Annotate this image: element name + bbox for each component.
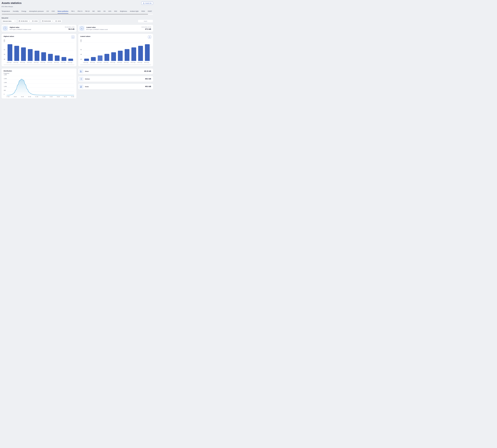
distribution-plot: 2,5002,0001,5001,0005000 (4, 76, 74, 95)
tab-rsrp[interactable]: RSRP (148, 10, 152, 14)
tab-pm-10[interactable]: PM 10 (85, 10, 89, 14)
time-from-field[interactable]: 15:52 (31, 20, 39, 23)
chart-horizontal-scrollbar[interactable] (4, 64, 74, 65)
mode-histogram-icon (80, 85, 82, 88)
summary-value: 56.0 dB (65, 28, 74, 30)
bar-highest-values-3[interactable] (21, 48, 26, 61)
tab-ambient-light[interactable]: Ambient light (130, 10, 139, 14)
chart-title: Distribution (4, 70, 12, 72)
y-tick-label: 49 (4, 54, 5, 55)
period-select[interactable]: Selected dates (1, 20, 17, 23)
bar-highest-values-8[interactable] (55, 55, 60, 61)
tab-noise-pollution[interactable]: Noise pollution (58, 10, 68, 14)
x-category-label: BTD Fujitsu… (97, 62, 103, 63)
tab-o3[interactable]: O3 (103, 10, 105, 14)
lowest-values-chart-card: Lowest values dB 57524946 BTD Fujitsu…BT… (78, 34, 153, 66)
bar-highest-values-1[interactable] (8, 44, 12, 61)
y-tick-label: 2,000 (4, 78, 7, 80)
distribution-x-labels: 47 dB48 dB49 dB50 dB51 dB52 dB53 dB54 dB… (7, 96, 74, 97)
x-tick-label: 54 dB (57, 96, 60, 97)
tab-temperature[interactable]: Temperature (1, 10, 10, 14)
bar-lowest-values-5[interactable] (111, 52, 116, 61)
tabs-scrollbar[interactable] (1, 14, 153, 15)
lowest-values-x-labels: BTD Fujitsu…BTD Fujitsu…BTD Fujitsu…BTD … (83, 62, 151, 63)
export-icon (72, 36, 74, 38)
stat-icon-pill (79, 69, 83, 73)
apply-button[interactable]: Apply (138, 20, 153, 23)
bar-highest-values-4[interactable] (28, 49, 32, 61)
tab-pm-2-5[interactable]: PM 2.5 (78, 10, 82, 14)
summary-asset-name: BTD Fujitsu 1278052871 Ambient sound (86, 29, 142, 30)
page-title: Assets statistics (1, 1, 22, 4)
bar-highest-values-9[interactable] (62, 57, 66, 61)
period-select-value: Selected dates (2, 20, 13, 23)
bar-lowest-values-1[interactable] (84, 59, 89, 61)
bar-highest-values-6[interactable] (41, 52, 46, 61)
bar-lowest-values-2[interactable] (91, 57, 96, 61)
chevron-down-icon (29, 21, 30, 21)
lowest-value-card: Lowest valueBTD Fujitsu 1278052871 Ambie… (78, 25, 153, 32)
bar-charts-row: Highest values dB 57524946 BTD Fujitsu…B… (1, 34, 153, 66)
tab-pm-1[interactable]: PM 1 (71, 10, 75, 14)
bar-lowest-values-8[interactable] (131, 48, 136, 61)
summary-icon-pill (2, 26, 8, 31)
tab-co2[interactable]: CO2 (52, 10, 55, 14)
bar-lowest-values-10[interactable] (145, 44, 150, 61)
date-to-field[interactable]: 06.09.2024 (41, 20, 54, 23)
date-to-value: 06.09.2024 (44, 20, 51, 22)
time-to-field[interactable]: 15:52 (54, 20, 62, 23)
measurement-tabs: TemperatureHumidityEnergyAtmospheric pre… (1, 10, 153, 15)
bar-lowest-values-3[interactable] (98, 55, 102, 61)
tab-no[interactable]: NO (93, 10, 95, 14)
arrow-up-circle-icon (3, 26, 7, 30)
x-tick-label: 51 dB (35, 96, 38, 97)
y-tick-label: 1,000 (4, 86, 7, 87)
y-tick-label: 46 (80, 59, 82, 60)
mean-distribution-icon (80, 70, 82, 72)
bars-group (7, 43, 74, 61)
export-button[interactable] (148, 35, 151, 39)
calendar-icon (42, 20, 44, 22)
bar-lowest-values-4[interactable] (104, 54, 109, 61)
clock-icon (55, 20, 57, 22)
bar-lowest-values-7[interactable] (125, 49, 129, 61)
export-button[interactable] (71, 35, 74, 39)
bar-lowest-values-6[interactable] (118, 51, 123, 61)
y-tick-label: 49 (80, 54, 82, 55)
tab-atmospheric-pressure[interactable]: Atmospheric pressure (29, 10, 44, 14)
x-tick-label: 48 dB (14, 96, 16, 97)
highest-values-chart-card: Highest values dB 57524946 BTD Fujitsu…B… (1, 34, 77, 66)
mode-card: Mode49.0 dB (78, 84, 153, 89)
bar-highest-values-2[interactable] (14, 46, 19, 61)
bar-highest-values-10[interactable] (68, 59, 73, 61)
date-from-field[interactable]: 30.08.2024 (18, 20, 31, 23)
tab-so2[interactable]: SO2 (114, 10, 117, 14)
tab-brightness[interactable]: Brightness (120, 10, 127, 14)
summary-title: Highest value (10, 26, 65, 28)
export-icon (149, 36, 150, 38)
date-from-value: 30.08.2024 (21, 20, 28, 22)
bar-highest-values-5[interactable] (35, 51, 39, 61)
tabs-scrollbar-thumb[interactable] (2, 14, 148, 15)
arrow-down-circle-icon (80, 26, 84, 30)
highest-values-x-labels: BTD Fujitsu…BTD Fujitsu…BTD Fujitsu…BTD … (7, 62, 74, 63)
tab-humidity[interactable]: Humidity (13, 10, 19, 14)
x-tick-label: 49 dB (21, 96, 24, 97)
x-category-label: BTD Fujitsu… (20, 62, 27, 63)
tab-rssi[interactable]: RSSI (142, 10, 145, 14)
bar-highest-values-7[interactable] (48, 54, 53, 61)
assets-list-button[interactable]: Assets list (141, 1, 153, 5)
tab-no2[interactable]: NO2 (97, 10, 101, 14)
x-tick-label: 52 dB (42, 96, 45, 97)
bar-lowest-values-9[interactable] (138, 46, 143, 61)
tabs-row: TemperatureHumidityEnergyAtmospheric pre… (1, 10, 153, 14)
x-category-label: BTD Fujitsu… (68, 62, 74, 63)
median-arrows-icon (80, 78, 82, 80)
chart-horizontal-scrollbar[interactable] (80, 64, 151, 65)
summary-texts: Highest valueBTD Fujitsu 1278052871 Ambi… (10, 26, 65, 30)
time-to-value: 15:52 (58, 20, 61, 22)
tab-h2s[interactable]: H2S (108, 10, 111, 14)
tab-energy[interactable]: Energy (22, 10, 26, 14)
summary-right: 05.09.2024, 02:1647.0 dB (142, 26, 151, 30)
tab-co[interactable]: CO (47, 10, 49, 14)
